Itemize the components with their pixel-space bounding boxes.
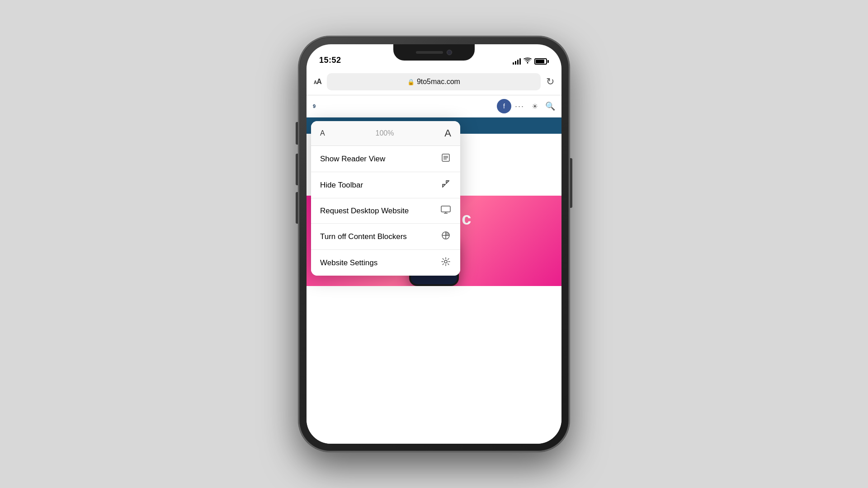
front-camera [447, 50, 452, 55]
svg-rect-8 [441, 206, 450, 212]
more-icon[interactable]: ··· [515, 102, 524, 111]
show-reader-view-label: Show Reader View [320, 155, 385, 164]
volume-up-button [296, 154, 298, 185]
font-increase-button[interactable]: A [444, 127, 451, 139]
svg-point-12 [444, 260, 447, 263]
desktop-icon [440, 206, 451, 216]
screen-content: AA 🔒 9to5mac.com ↻ 9 f ··· ☀ 🔍 [307, 69, 561, 444]
font-size-row[interactable]: A 100% A [311, 121, 460, 146]
volume-down-button [296, 192, 298, 224]
request-desktop-label: Request Desktop Website [320, 206, 409, 216]
content-blockers-label: Turn off Content Blockers [320, 232, 407, 241]
svg-point-0 [527, 62, 528, 64]
speaker-grill [416, 51, 443, 54]
phone-device: 15:52 [298, 36, 570, 452]
wifi-icon [524, 57, 532, 65]
facebook-icon[interactable]: f [497, 99, 511, 113]
signal-icon [513, 58, 521, 65]
menu-item-website-settings[interactable]: Website Settings [311, 250, 460, 276]
notch [393, 44, 475, 61]
reload-button[interactable]: ↻ [546, 76, 554, 88]
font-decrease-button[interactable]: A [320, 129, 325, 137]
battery-icon [534, 58, 549, 65]
address-bar[interactable]: AA 🔒 9to5mac.com ↻ [307, 69, 561, 95]
power-button [570, 158, 572, 208]
lock-icon: 🔒 [407, 79, 415, 85]
search-icon[interactable]: 🔍 [545, 101, 555, 111]
menu-item-hide-toolbar[interactable]: Hide Toolbar [311, 172, 460, 198]
menu-item-content-blockers[interactable]: Turn off Content Blockers [311, 224, 460, 250]
context-menu: A 100% A Show Reader View [311, 121, 460, 276]
font-size-control[interactable]: AA [314, 78, 321, 85]
site-nav: 9 f ··· ☀ 🔍 [307, 95, 561, 117]
settings-icon [440, 257, 451, 268]
hide-toolbar-icon [440, 179, 451, 191]
menu-item-request-desktop[interactable]: Request Desktop Website [311, 198, 460, 224]
content-blockers-icon [440, 231, 451, 242]
mute-button [296, 122, 298, 145]
font-percent-label: 100% [376, 129, 394, 137]
hide-toolbar-label: Hide Toolbar [320, 181, 363, 190]
menu-item-show-reader-view[interactable]: Show Reader View [311, 146, 460, 172]
website-settings-label: Website Settings [320, 258, 377, 267]
status-icons [513, 57, 549, 65]
phone-screen: 15:52 [307, 44, 561, 444]
url-bar[interactable]: 🔒 9to5mac.com [327, 73, 541, 90]
status-time: 15:52 [319, 56, 341, 65]
url-text: 9to5mac.com [417, 78, 460, 86]
reader-view-icon [440, 153, 451, 164]
brightness-icon[interactable]: ☀ [528, 99, 542, 113]
site-logo: 9 [313, 103, 316, 109]
